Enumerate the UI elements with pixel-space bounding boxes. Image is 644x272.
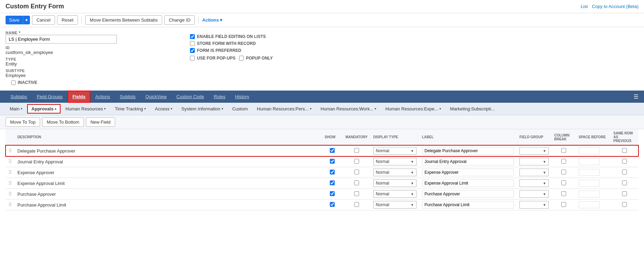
show-checkbox[interactable] [330, 202, 335, 207]
list-link[interactable]: List [581, 4, 588, 9]
subtab-marketing[interactable]: Marketing:Subscripti... [446, 104, 499, 114]
drag-handle[interactable]: ⠿ [6, 189, 15, 200]
same-row-checkbox[interactable] [622, 170, 627, 174]
space-before-input[interactable] [579, 191, 599, 197]
column-break-checkbox[interactable] [561, 159, 566, 164]
subtab-time-tracking[interactable]: Time Tracking • [111, 104, 150, 114]
subtab-human-resources[interactable]: Human Resources • [61, 104, 110, 114]
field-group-select[interactable]: ▼ [519, 201, 549, 209]
space-before-input[interactable] [579, 169, 599, 176]
mandatory-checkbox[interactable] [354, 191, 359, 196]
name-input[interactable] [6, 35, 117, 44]
subtab-hr-pers[interactable]: Human Resources:Pers... • [253, 104, 316, 114]
mandatory-checkbox[interactable] [354, 159, 359, 164]
cell-same-row [611, 189, 638, 200]
nav-right-icon[interactable]: ☰ [634, 93, 638, 100]
column-break-checkbox[interactable] [561, 148, 566, 153]
field-group-select[interactable]: ▼ [519, 147, 549, 155]
field-group-select[interactable]: ▼ [519, 190, 549, 198]
field-group-select[interactable]: ▼ [519, 158, 549, 165]
label-input[interactable] [422, 158, 514, 165]
space-before-input[interactable] [579, 158, 599, 165]
show-checkbox[interactable] [330, 170, 335, 174]
same-row-checkbox[interactable] [622, 159, 627, 164]
save-dropdown-arrow[interactable]: ▾ [23, 16, 30, 24]
label-input[interactable] [422, 169, 514, 176]
tab-quickview[interactable]: QuickView [141, 91, 172, 103]
field-group-select[interactable]: ▼ [519, 179, 549, 187]
subtab-hr-expe[interactable]: Human Resources:Expe... • [381, 104, 445, 114]
space-before-input[interactable] [579, 180, 599, 187]
tab-roles[interactable]: Roles [209, 91, 230, 103]
store-form-checkbox[interactable] [190, 41, 195, 46]
drag-handle[interactable]: ⠿ [6, 156, 15, 167]
save-button-wrap[interactable]: Save ▾ [6, 16, 30, 24]
reset-button[interactable]: Reset [57, 15, 78, 25]
label-input[interactable] [422, 190, 514, 198]
top-bar-links: List Copy to Account (Beta) [581, 4, 638, 9]
show-checkbox[interactable] [330, 148, 335, 153]
space-before-input[interactable] [579, 201, 599, 208]
mandatory-checkbox[interactable] [354, 202, 359, 207]
column-break-checkbox[interactable] [561, 180, 566, 185]
mandatory-checkbox[interactable] [354, 180, 359, 185]
column-break-checkbox[interactable] [561, 170, 566, 174]
same-row-checkbox[interactable] [622, 202, 627, 207]
show-checkbox[interactable] [330, 180, 335, 185]
label-input[interactable] [422, 179, 514, 187]
change-id-button[interactable]: Change ID [164, 15, 195, 25]
same-row-checkbox[interactable] [622, 180, 627, 185]
display-type-select[interactable]: Normal▼ [373, 190, 416, 198]
new-field-button[interactable]: New Field [86, 117, 115, 127]
field-group-select[interactable]: ▼ [519, 169, 549, 176]
show-checkbox[interactable] [330, 159, 335, 164]
show-checkbox[interactable] [330, 191, 335, 196]
display-type-select[interactable]: Normal▼ [373, 158, 416, 165]
move-elements-button[interactable]: Move Elements Between Subtabs [85, 15, 162, 25]
inactive-checkbox[interactable] [11, 80, 16, 85]
subtab-main[interactable]: Main • [6, 104, 26, 114]
popup-only-checkbox[interactable] [239, 56, 244, 61]
display-type-select[interactable]: Normal▼ [373, 147, 416, 155]
tab-history[interactable]: History [230, 91, 254, 103]
copy-to-account-link[interactable]: Copy to Account (Beta) [592, 4, 638, 9]
form-left: NAME * ID custform_sik_employee TYPE Ent… [6, 31, 180, 87]
subtab-custom[interactable]: Custom [228, 104, 252, 114]
save-button[interactable]: Save [6, 16, 23, 24]
move-to-bottom-button[interactable]: Move To Bottom [42, 117, 84, 127]
enable-field-editing-checkbox[interactable] [190, 34, 195, 39]
tab-field-groups[interactable]: Field Groups [32, 91, 67, 103]
tab-subtabs[interactable]: Subtabs [6, 91, 32, 103]
cell-label [419, 178, 517, 189]
same-row-checkbox[interactable] [622, 191, 627, 196]
tab-sublists[interactable]: Sublists [115, 91, 141, 103]
tab-actions[interactable]: Actions [90, 91, 115, 103]
drag-handle[interactable]: ⠿ [6, 178, 15, 189]
display-type-select[interactable]: Normal▼ [373, 201, 416, 209]
drag-handle[interactable]: ⠿ [6, 167, 15, 178]
label-input[interactable] [422, 147, 514, 155]
subtab-access[interactable]: Access • [151, 104, 176, 114]
label-input[interactable] [422, 201, 514, 209]
form-preferred-checkbox[interactable] [190, 48, 195, 53]
drag-handle[interactable]: ⠿ [6, 200, 15, 210]
cancel-button[interactable]: Cancel [32, 15, 55, 25]
display-type-select[interactable]: Normal▼ [373, 179, 416, 187]
move-to-top-button[interactable]: Move To Top [6, 117, 40, 127]
mandatory-checkbox[interactable] [354, 170, 359, 174]
tab-custom-code[interactable]: Custom Code [172, 91, 209, 103]
actions-dropdown-button[interactable]: Actions ▾ [202, 17, 222, 23]
subtab-system-info[interactable]: System Information • [177, 104, 227, 114]
mandatory-checkbox[interactable] [354, 148, 359, 153]
use-for-popups-checkbox[interactable] [190, 56, 195, 61]
display-type-select[interactable]: Normal▼ [373, 169, 416, 176]
same-row-checkbox[interactable] [622, 148, 627, 153]
subtab-hr-work[interactable]: Human Resources:Work... • [316, 104, 380, 114]
tab-fields[interactable]: Fields [67, 91, 90, 103]
column-break-checkbox[interactable] [561, 191, 566, 196]
column-break-checkbox[interactable] [561, 202, 566, 207]
space-before-input[interactable] [579, 147, 599, 154]
cell-column-break [551, 145, 576, 156]
subtab-approvals[interactable]: Approvals • [27, 104, 61, 114]
drag-handle[interactable]: ⠿ [6, 145, 15, 156]
